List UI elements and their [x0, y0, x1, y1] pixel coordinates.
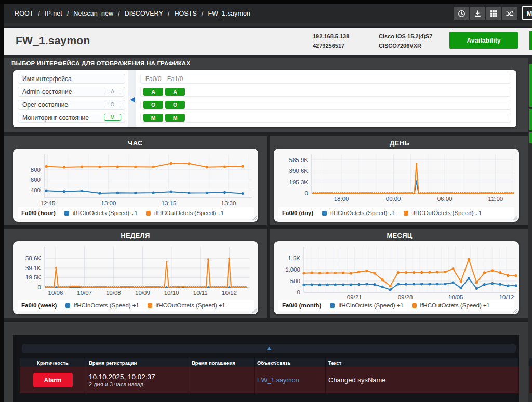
- download-button[interactable]: [470, 7, 485, 20]
- page-top-edge: [0, 0, 532, 4]
- svg-text:10/11: 10/11: [193, 290, 208, 296]
- legend-color-swatch: [148, 303, 152, 308]
- object-os: Cisco IOS 15.2(4)S7: [379, 32, 432, 41]
- grid-button[interactable]: [486, 7, 501, 20]
- availability-button[interactable]: Availability: [449, 32, 518, 49]
- interface-attr-row: Oper-состояниеO: [18, 100, 125, 110]
- alarms-table-header: КритичностьВремя регистрацииВремя погаше…: [20, 358, 519, 367]
- breadcrumb: ROOT/IP-net/Netscan_new/DISCOVERY/HOSTS/…: [15, 10, 250, 17]
- interface-name[interactable]: Fa0/0: [143, 75, 163, 83]
- alarms-column-header[interactable]: Время регистрации: [86, 358, 189, 367]
- legend-series-group: Fa0/0 (hour): [21, 210, 56, 216]
- interface-attr-label: Admin-состояние: [22, 88, 72, 96]
- legend-series-name[interactable]: ifHCInOctets (Speed) ÷1: [330, 210, 395, 216]
- legend-series-name[interactable]: ifHCOutOctets (Speed) ÷1: [420, 302, 490, 309]
- interface-attr-badge[interactable]: M: [104, 114, 121, 121]
- legend-series-name[interactable]: ifHCInOctets (Speed) ÷1: [73, 210, 138, 216]
- navbar-toolbar: [454, 7, 517, 20]
- header-content-gap: [4, 55, 532, 58]
- alarms-panel: КритичностьВремя регистрацииВремя погаше…: [13, 335, 519, 402]
- resize-handle-icon[interactable]: [512, 307, 518, 313]
- interface-attr-badge[interactable]: A: [104, 88, 121, 95]
- interface-status-badge[interactable]: M: [165, 114, 185, 122]
- resize-handle-icon[interactable]: [512, 215, 518, 221]
- grid-icon: [490, 10, 498, 18]
- alarm-registered-time: 10.10.2025, 10:02:37: [89, 373, 189, 381]
- svg-text:13:00: 13:00: [101, 200, 116, 206]
- resize-handle-icon[interactable]: [251, 215, 257, 221]
- collapse-up-icon: [267, 347, 272, 350]
- breadcrumb-separator: /: [202, 10, 203, 17]
- interface-name[interactable]: Fa1/0: [165, 75, 185, 83]
- breadcrumb-separator: /: [38, 10, 40, 17]
- svg-text:195.3K: 195.3K: [289, 179, 309, 185]
- object-address-info: 192.168.5.138 4279256517: [313, 32, 349, 50]
- interface-attr-label: Мониторинг-состояние: [22, 114, 89, 122]
- shuffle-button[interactable]: [502, 7, 517, 20]
- legend-color-swatch: [330, 303, 335, 308]
- alarm-object-cell: FW_1.saymon: [255, 367, 326, 393]
- alarms-column-header[interactable]: Критичность: [20, 358, 86, 367]
- interface-status-row: MM: [140, 113, 511, 123]
- interface-status-badge[interactable]: M: [143, 114, 163, 122]
- alarms-column-header[interactable]: Объект/связь: [255, 358, 326, 367]
- breadcrumb-separator: /: [118, 10, 119, 17]
- alarm-row[interactable]: Alarm10.10.2025, 10:02:372 дня и 3 часа …: [20, 367, 519, 393]
- next-column-fragment: [529, 132, 532, 143]
- breadcrumb-item[interactable]: FW_1.saymon: [208, 10, 250, 17]
- chart-title: ДЕНЬ: [270, 139, 529, 147]
- alarm-object-link[interactable]: FW_1.saymon: [257, 377, 325, 384]
- legend-series-name[interactable]: ifHCInOctets (Speed) ÷1: [74, 302, 139, 309]
- legend-series-name[interactable]: ifHCInOctets (Speed) ÷1: [338, 302, 403, 309]
- alarms-column-header[interactable]: Текст: [326, 358, 519, 367]
- legend-series-name[interactable]: ifHCOutOctets (Speed) ÷1: [156, 302, 225, 309]
- alarm-severity-badge[interactable]: Alarm: [33, 373, 73, 387]
- svg-text:19.5K: 19.5K: [25, 274, 41, 280]
- navbar-header-gap: [4, 23, 532, 28]
- interface-attr-row: Имя интерфейса: [18, 74, 125, 84]
- svg-text:0: 0: [38, 284, 41, 290]
- chart-title: МЕСЯЦ: [270, 232, 529, 239]
- legend-color-swatch: [322, 211, 327, 216]
- page-left-edge: [0, 4, 4, 402]
- breadcrumb-separator: /: [67, 10, 69, 17]
- interface-status-badge[interactable]: A: [143, 88, 163, 96]
- legend-series-name[interactable]: ifHCOutOctets (Speed) ÷1: [154, 210, 224, 216]
- breadcrumb-item[interactable]: IP-net: [45, 10, 62, 17]
- interface-status-row: AA: [140, 87, 511, 97]
- svg-text:1.5K: 1.5K: [288, 255, 300, 261]
- legend-series-name[interactable]: ifHCOutOctets (Speed) ÷1: [412, 210, 482, 216]
- breadcrumb-item[interactable]: HOSTS: [174, 10, 197, 17]
- svg-text:1,000: 1,000: [285, 266, 300, 273]
- resize-handle-icon[interactable]: [251, 307, 257, 313]
- alarms-column-header[interactable]: Время погашения: [189, 358, 255, 367]
- interface-status-badge[interactable]: O: [165, 101, 185, 109]
- alarms-table: КритичностьВремя регистрацииВремя погаше…: [20, 358, 519, 393]
- interface-status-badge[interactable]: O: [143, 101, 163, 109]
- interface-panel-splitter[interactable]: [128, 70, 136, 127]
- object-model: CISCO7206VXR: [379, 41, 432, 50]
- interface-status-badge[interactable]: A: [165, 88, 185, 96]
- svg-text:18:00: 18:00: [334, 196, 349, 202]
- chart-card: 05001,0001.5K09/2109/2810/0510/12Fa0/0 (…: [274, 241, 519, 314]
- breadcrumb-item[interactable]: ROOT: [15, 10, 34, 17]
- interface-select-title: ВЫБОР ИНТЕРФЕЙСА ДЛЯ ОТОБРАЖЕНИЯ НА ГРАФ…: [11, 60, 190, 66]
- legend-series-group: Fa0/0 (day): [282, 210, 313, 216]
- svg-text:600: 600: [31, 177, 41, 183]
- chart-widget-week: НЕДЕЛЯ019.5K39.1K58.6K10/0610/0710/0810/…: [4, 229, 267, 318]
- alarms-collapse-bar[interactable]: [22, 344, 516, 353]
- clock-button[interactable]: [454, 7, 469, 20]
- chart-widget-hour: ЧАС40060080012:4513:0013:1513:30Fa0/0 (h…: [4, 136, 267, 225]
- breadcrumb-item[interactable]: DISCOVERY: [125, 10, 163, 17]
- chart-legend: Fa0/0 (hour)ifHCInOctets (Speed) ÷1ifHCO…: [18, 207, 254, 219]
- svg-text:500: 500: [290, 278, 300, 284]
- alarm-text-cell: Changed sysName: [326, 367, 519, 393]
- monitoring-mode-button[interactable]: M: [522, 6, 532, 20]
- legend-series-group: Fa0/0 (week): [21, 302, 57, 309]
- breadcrumb-item[interactable]: Netscan_new: [73, 10, 113, 17]
- svg-text:10/10: 10/10: [164, 290, 179, 296]
- legend-color-swatch: [65, 303, 70, 308]
- svg-text:10/08: 10/08: [106, 290, 121, 296]
- shuffle-icon: [506, 10, 514, 18]
- interface-attr-badge[interactable]: O: [104, 101, 121, 108]
